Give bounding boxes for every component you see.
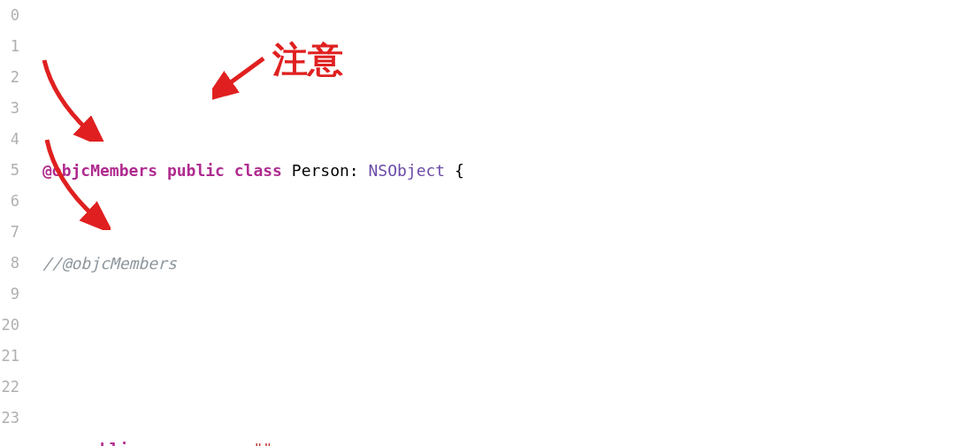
keyword: @objcMembers bbox=[42, 161, 157, 180]
line-gutter: 0 1 2 3 4 5 6 7 8 9 20 21 22 23 bbox=[0, 0, 27, 446]
code-line[interactable]: @objcMembers public class Person: NSObje… bbox=[27, 155, 980, 186]
code-editor[interactable]: 0 1 2 3 4 5 6 7 8 9 20 21 22 23 @objcMem… bbox=[0, 0, 980, 446]
line-number: 3 bbox=[0, 93, 19, 124]
line-number: 6 bbox=[0, 186, 19, 217]
line-number: 2 bbox=[0, 62, 19, 93]
line-number: 23 bbox=[0, 403, 19, 434]
line-number: 7 bbox=[0, 217, 19, 248]
keyword: public bbox=[80, 440, 138, 446]
brace: { bbox=[455, 161, 464, 180]
keyword: public bbox=[167, 161, 225, 180]
keyword: var bbox=[148, 440, 177, 446]
code-line[interactable] bbox=[27, 341, 980, 372]
code-line[interactable]: //@objcMembers bbox=[27, 248, 980, 279]
line-number: 22 bbox=[0, 372, 19, 403]
typename: NSObject bbox=[369, 161, 446, 180]
operator: = bbox=[234, 440, 244, 446]
keyword: class bbox=[234, 161, 282, 180]
line-number: 5 bbox=[0, 155, 19, 186]
line-number: 0 bbox=[0, 0, 19, 31]
line-number: 9 bbox=[0, 279, 19, 310]
code-line[interactable]: public var name = "" bbox=[27, 434, 980, 446]
punctuation: : bbox=[349, 161, 359, 180]
line-number: 4 bbox=[0, 124, 19, 155]
line-number: 8 bbox=[0, 248, 19, 279]
identifier: name bbox=[187, 440, 225, 446]
code-area[interactable]: @objcMembers public class Person: NSObje… bbox=[27, 0, 980, 446]
line-number: 20 bbox=[0, 310, 19, 341]
line-number: 1 bbox=[0, 31, 19, 62]
identifier: Person bbox=[292, 161, 349, 180]
code-line[interactable] bbox=[27, 62, 980, 93]
string: "" bbox=[253, 440, 272, 446]
comment: //@objcMembers bbox=[42, 254, 177, 273]
line-number: 21 bbox=[0, 341, 19, 372]
